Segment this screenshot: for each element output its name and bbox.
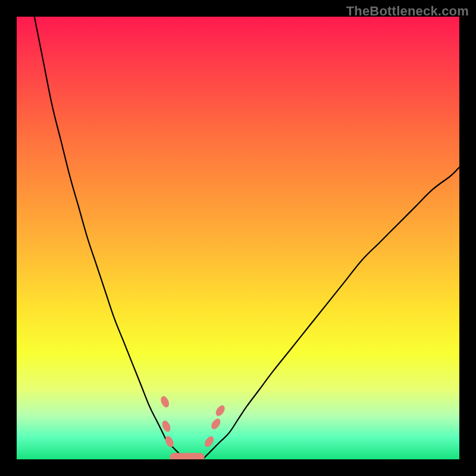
- bottleneck-curve-right: [203, 167, 460, 459]
- marker-lozenge: [209, 417, 222, 431]
- watermark-text: TheBottleneck.com: [346, 4, 469, 19]
- marker-lozenge: [159, 395, 171, 409]
- marker-sausage: [183, 453, 205, 459]
- data-markers: [159, 395, 227, 459]
- bottleneck-curve-left: [35, 17, 185, 459]
- gradient-plot-area: [17, 17, 459, 459]
- marker-lozenge: [161, 419, 172, 433]
- plot-svg: [17, 17, 459, 459]
- marker-lozenge: [164, 435, 175, 449]
- marker-lozenge: [203, 435, 215, 449]
- marker-sausage: [170, 453, 191, 459]
- marker-lozenge: [214, 404, 227, 418]
